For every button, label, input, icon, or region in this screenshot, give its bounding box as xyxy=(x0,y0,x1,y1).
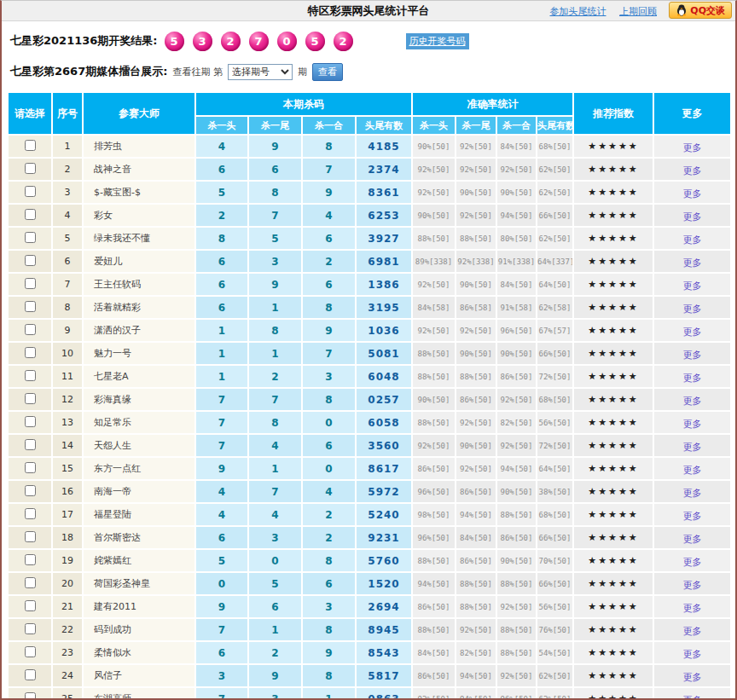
rating-stars: ★★★★★ xyxy=(574,136,653,157)
row-checkbox[interactable] xyxy=(25,577,36,588)
more-link[interactable]: 更多 xyxy=(683,603,702,614)
more-link[interactable]: 更多 xyxy=(683,304,702,315)
view-button[interactable]: 查看 xyxy=(312,63,343,81)
more-link[interactable]: 更多 xyxy=(683,465,702,476)
row-checkbox[interactable] xyxy=(25,554,36,565)
row-checkbox[interactable] xyxy=(25,324,36,335)
row-checkbox[interactable] xyxy=(25,600,36,611)
row-checkbox[interactable] xyxy=(25,531,36,542)
row-checkbox[interactable] xyxy=(25,209,36,220)
row-checkbox[interactable] xyxy=(25,646,36,657)
kill-sum-value: 3 xyxy=(303,596,355,617)
more-link[interactable]: 更多 xyxy=(683,695,702,700)
acc-tail-value: 88%[50] xyxy=(456,366,496,387)
kill-tail-value: 3 xyxy=(249,251,301,272)
head-tail-number: 5760 xyxy=(357,550,411,571)
row-checkbox[interactable] xyxy=(25,301,36,312)
acc-tail-value: 86%[50] xyxy=(456,550,496,571)
more-cell: 更多 xyxy=(654,596,730,617)
more-link[interactable]: 更多 xyxy=(683,188,702,200)
join-stats-link[interactable]: 参加头尾统计 xyxy=(550,6,606,17)
previous-period-link[interactable]: 上期回顾 xyxy=(619,6,657,17)
more-link[interactable]: 更多 xyxy=(683,649,702,660)
table-row: 7 王主任软码 6 9 6 1386 92%[50] 90%[50] 84%[5… xyxy=(9,274,730,295)
row-checkbox[interactable] xyxy=(25,508,36,519)
acc-sum-value: 92%[50] xyxy=(497,665,536,686)
more-link[interactable]: 更多 xyxy=(683,327,702,338)
row-select-cell xyxy=(9,550,51,571)
rating-stars: ★★★★★ xyxy=(574,550,653,571)
table-row: 6 爱妞儿 6 3 2 6981 89%[338] 92%[338] 91%[3… xyxy=(9,251,730,272)
row-checkbox[interactable] xyxy=(25,416,36,427)
acc-sum-value: 80%[50] xyxy=(497,228,536,249)
table-row: 3 $-藏宝图-$ 5 8 9 8361 92%[50] 90%[50] 90%… xyxy=(9,182,730,203)
more-link[interactable]: 更多 xyxy=(683,672,702,683)
masters-table: 请选择 序号 参赛大师 本期杀码 准确率统计 推荐指数 更多 杀一头 杀一尾 杀… xyxy=(7,91,732,700)
acc-head-value: 88%[50] xyxy=(413,619,455,640)
header-kill-ht: 头尾有数 xyxy=(357,117,411,134)
history-numbers-link[interactable]: 历史开奖号码 xyxy=(406,33,469,49)
master-name: 东湖高师 xyxy=(84,688,194,700)
more-link[interactable]: 更多 xyxy=(683,234,702,246)
row-checkbox[interactable] xyxy=(25,347,36,358)
more-cell: 更多 xyxy=(654,228,730,249)
more-cell: 更多 xyxy=(654,642,730,663)
rating-stars: ★★★★★ xyxy=(574,642,653,663)
more-link[interactable]: 更多 xyxy=(683,442,702,453)
row-checkbox[interactable] xyxy=(25,278,36,289)
more-link[interactable]: 更多 xyxy=(683,165,702,176)
table-row: 8 活着就精彩 6 1 8 3195 84%[58] 86%[58] 91%[5… xyxy=(9,297,730,318)
row-checkbox[interactable] xyxy=(25,462,36,473)
head-tail-number: 6058 xyxy=(357,412,411,433)
more-link[interactable]: 更多 xyxy=(683,281,702,292)
kill-sum-value: 8 xyxy=(303,389,355,410)
kill-head-value: 4 xyxy=(196,504,247,525)
row-checkbox[interactable] xyxy=(25,485,36,496)
more-link[interactable]: 更多 xyxy=(683,511,702,522)
kill-head-value: 5 xyxy=(196,182,247,203)
rating-stars: ★★★★★ xyxy=(574,274,653,295)
row-index: 10 xyxy=(53,343,82,364)
table-row: 13 知足常乐 7 8 0 6058 88%[50] 92%[50] 82%[5… xyxy=(9,412,730,433)
row-checkbox[interactable] xyxy=(25,439,36,450)
more-link[interactable]: 更多 xyxy=(683,626,702,637)
period-select[interactable]: 选择期号 xyxy=(228,64,293,80)
more-link[interactable]: 更多 xyxy=(683,142,702,153)
row-checkbox[interactable] xyxy=(25,370,36,381)
qq-chat-button[interactable]: QQ交谈 xyxy=(669,2,732,19)
row-checkbox[interactable] xyxy=(25,692,36,700)
table-row: 12 彩海真缘 7 7 8 0257 90%[50] 86%[50] 92%[5… xyxy=(9,389,730,410)
acc-head-value: 84%[58] xyxy=(413,297,455,318)
more-link[interactable]: 更多 xyxy=(683,396,702,407)
acc-head-value: 86%[50] xyxy=(413,596,455,617)
more-cell: 更多 xyxy=(654,573,730,594)
row-checkbox[interactable] xyxy=(25,232,36,243)
row-checkbox[interactable] xyxy=(25,186,36,197)
more-link[interactable]: 更多 xyxy=(683,373,702,384)
more-link[interactable]: 更多 xyxy=(683,580,702,591)
acc-ht-value: 64%[50] xyxy=(537,274,572,295)
more-link[interactable]: 更多 xyxy=(683,534,702,545)
row-checkbox[interactable] xyxy=(25,163,36,174)
kill-sum-value: 7 xyxy=(303,343,355,364)
table-row: 10 魅力一号 1 1 7 5081 88%[50] 90%[50] 90%[5… xyxy=(9,343,730,364)
head-tail-number: 8945 xyxy=(357,619,411,640)
acc-ht-value: 62%[58] xyxy=(537,297,572,318)
kill-head-value: 5 xyxy=(196,550,247,571)
header-acc-ht: 头尾有数 xyxy=(537,117,572,134)
more-link[interactable]: 更多 xyxy=(683,488,702,499)
row-checkbox[interactable] xyxy=(25,669,36,680)
row-checkbox[interactable] xyxy=(25,255,36,266)
acc-tail-value: 94%[50] xyxy=(456,504,496,525)
row-checkbox[interactable] xyxy=(25,623,36,634)
arena-title-label: 七星彩第2667期媒体擂台展示: xyxy=(10,64,167,79)
row-checkbox[interactable] xyxy=(25,140,36,151)
kill-tail-value: 2 xyxy=(249,642,301,663)
more-link[interactable]: 更多 xyxy=(683,557,702,568)
more-link[interactable]: 更多 xyxy=(683,257,702,269)
more-link[interactable]: 更多 xyxy=(683,211,702,223)
row-checkbox[interactable] xyxy=(25,393,36,404)
more-link[interactable]: 更多 xyxy=(683,419,702,430)
master-name: 彩海真缘 xyxy=(84,389,194,410)
more-link[interactable]: 更多 xyxy=(683,350,702,361)
